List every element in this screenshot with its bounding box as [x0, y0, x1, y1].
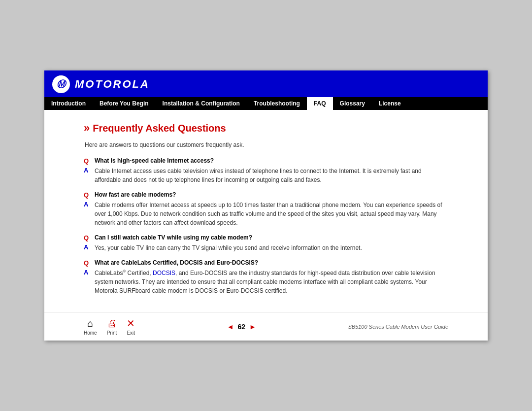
faq-a2-text: Cable modems offer Internet access at sp…: [95, 201, 448, 227]
faq-question-1: Q What is high-speed cable Internet acce…: [84, 157, 448, 165]
intro-text: Here are answers to questions our custom…: [85, 141, 448, 148]
footer: ⌂ Home 🖨 Print ✕ Exit ◄ 62 ► SB5100 Seri…: [44, 312, 488, 341]
q-label-1: Q: [84, 157, 93, 165]
a-label-2: A: [84, 201, 93, 208]
brand-name: MOTOROLA: [75, 78, 150, 91]
title-marker: »: [84, 122, 90, 135]
nav-installation[interactable]: Installation & Configuration: [156, 97, 247, 110]
footer-center: ◄ 62 ►: [227, 323, 256, 331]
faq-question-4: Q What are CableLabs Certified, DOCSIS a…: [84, 259, 448, 267]
faq-item-4: Q What are CableLabs Certified, DOCSIS a…: [84, 259, 448, 295]
header-bar: Ⓜ MOTOROLA: [44, 70, 488, 97]
faq-q4-text: What are CableLabs Certified, DOCSIS and…: [95, 259, 258, 266]
faq-item-1: Q What is high-speed cable Internet acce…: [84, 157, 448, 184]
nav-introduction[interactable]: Introduction: [44, 97, 93, 110]
exit-button[interactable]: ✕ Exit: [127, 317, 135, 336]
faq-a4-text: CableLabs® Certified, DOCSIS, and Euro-D…: [95, 269, 448, 295]
exit-icon: ✕: [127, 317, 135, 329]
q-label-3: Q: [84, 234, 93, 241]
a-label-1: A: [84, 167, 93, 174]
print-icon: 🖨: [107, 318, 117, 329]
prev-arrow[interactable]: ◄: [227, 323, 234, 331]
a-label-4: A: [84, 269, 93, 276]
nav-faq[interactable]: FAQ: [307, 97, 333, 110]
home-icon: ⌂: [87, 318, 93, 329]
footer-left: ⌂ Home 🖨 Print ✕ Exit: [84, 317, 135, 336]
page-container: Ⓜ MOTOROLA Introduction Before You Begin…: [44, 70, 488, 341]
home-label: Home: [84, 330, 97, 336]
docsis-link[interactable]: DOCSIS: [153, 270, 175, 276]
faq-item-3: Q Can I still watch cable TV while using…: [84, 234, 448, 252]
q-label-4: Q: [84, 259, 93, 267]
print-button[interactable]: 🖨 Print: [107, 318, 117, 336]
faq-question-3: Q Can I still watch cable TV while using…: [84, 234, 448, 241]
nav-troubleshooting[interactable]: Troubleshooting: [247, 97, 307, 110]
main-content: » Frequently Asked Questions Here are an…: [44, 110, 488, 312]
logo-icon: Ⓜ: [57, 78, 66, 90]
faq-answer-2: A Cable modems offer Internet access at …: [84, 201, 448, 227]
home-button[interactable]: ⌂ Home: [84, 318, 97, 336]
page-number: 62: [238, 323, 246, 331]
nav-bar: Introduction Before You Begin Installati…: [44, 97, 488, 110]
faq-q2-text: How fast are cable modems?: [95, 191, 176, 198]
motorola-logo: Ⓜ: [52, 75, 70, 93]
faq-q1-text: What is high-speed cable Internet access…: [95, 157, 214, 164]
q-label-2: Q: [84, 191, 93, 199]
faq-item-2: Q How fast are cable modems? A Cable mod…: [84, 191, 448, 227]
faq-a1-text: Cable Internet access uses cable televis…: [95, 167, 448, 184]
page-title: » Frequently Asked Questions: [84, 122, 448, 135]
print-label: Print: [107, 330, 117, 336]
faq-answer-4: A CableLabs® Certified, DOCSIS, and Euro…: [84, 269, 448, 295]
faq-question-2: Q How fast are cable modems?: [84, 191, 448, 199]
a-label-3: A: [84, 243, 93, 251]
nav-before-you-begin[interactable]: Before You Begin: [93, 97, 156, 110]
exit-label: Exit: [127, 330, 135, 336]
faq-answer-1: A Cable Internet access uses cable telev…: [84, 167, 448, 184]
faq-answer-3: A Yes, your cable TV line can carry the …: [84, 243, 448, 252]
nav-license[interactable]: License: [372, 97, 408, 110]
faq-a3-text: Yes, your cable TV line can carry the TV…: [95, 243, 362, 252]
faq-q3-text: Can I still watch cable TV while using m…: [95, 234, 252, 241]
guide-title: SB5100 Series Cable Modem User Guide: [348, 324, 448, 330]
next-arrow[interactable]: ►: [249, 323, 256, 331]
nav-glossary[interactable]: Glossary: [333, 97, 372, 110]
